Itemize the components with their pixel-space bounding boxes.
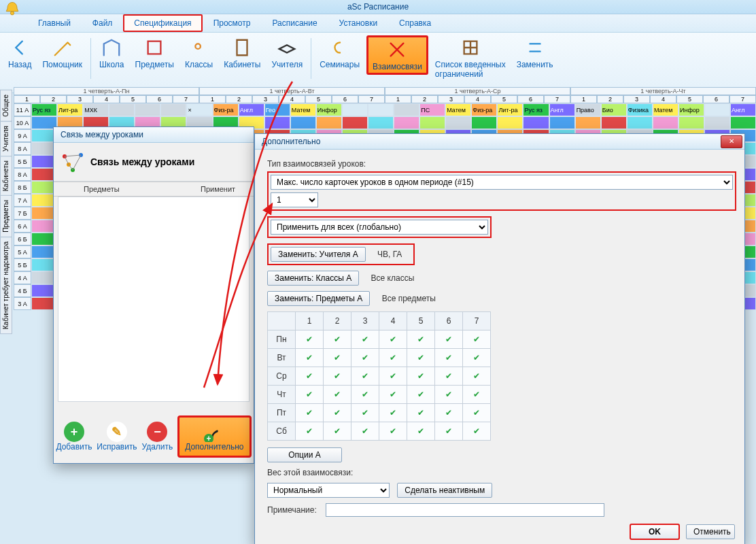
seminars-icon (329, 37, 351, 58)
count-select[interactable]: 1 (271, 192, 318, 207)
ribbon-subjects[interactable]: Предметы (131, 35, 178, 71)
period-cell[interactable]: ✔ (296, 330, 324, 349)
period-cell[interactable]: ✔ (463, 386, 491, 404)
period-cell[interactable]: ✔ (407, 386, 435, 404)
period-cell[interactable]: ✔ (463, 330, 491, 349)
period-cell[interactable]: ✔ (324, 349, 351, 367)
period-cell[interactable]: ✔ (351, 367, 379, 386)
period-cell[interactable]: ✔ (435, 422, 463, 441)
ribbon-wizard[interactable]: Помощник (38, 35, 86, 71)
period-cell[interactable]: ✔ (435, 330, 463, 349)
weight-select[interactable]: Нормальный (267, 483, 390, 498)
advanced-button[interactable]: + Дополнительно (177, 415, 251, 458)
make-inactive-button[interactable]: Сделать неактивным (397, 483, 492, 498)
period-cell[interactable]: ✔ (324, 422, 351, 441)
dialog2-title-bar[interactable]: Дополнительно ✕ (255, 134, 744, 150)
period-cell[interactable]: ✔ (351, 330, 379, 349)
ribbon-replace[interactable]: Заменить (513, 35, 557, 71)
dialog1-title-bar[interactable]: Связь между уроками (54, 127, 254, 143)
delete-button[interactable]: −Удалить (141, 422, 173, 452)
school-icon (101, 37, 122, 58)
ribbon-classes[interactable]: Классы (181, 35, 217, 71)
relations-list[interactable] (58, 197, 250, 402)
period-cell[interactable]: ✔ (324, 367, 351, 386)
period-grid[interactable]: 1234567Пн✔✔✔✔✔✔✔Вт✔✔✔✔✔✔✔Ср✔✔✔✔✔✔✔Чт✔✔✔✔… (267, 311, 491, 441)
menu-Спецификация[interactable]: Спецификация (123, 14, 202, 32)
options-button[interactable]: Опции A (267, 447, 342, 462)
period-cell[interactable]: ✔ (435, 404, 463, 422)
svg-line-7 (69, 165, 73, 170)
period-cell[interactable]: ✔ (351, 349, 379, 367)
period-cell[interactable]: ✔ (407, 330, 435, 349)
rooms-icon (231, 37, 253, 58)
ribbon-relations[interactable]: Взаимосвязи (366, 35, 428, 75)
period-cell[interactable]: ✔ (407, 349, 435, 367)
dialog2-title: Дополнительно (262, 137, 320, 146)
period-cell[interactable]: ✔ (351, 386, 379, 404)
period-cell[interactable]: ✔ (435, 386, 463, 404)
period-cell[interactable]: ✔ (379, 422, 407, 441)
period-cell[interactable]: ✔ (296, 404, 324, 422)
ribbon-back[interactable]: Назад (4, 35, 35, 71)
period-cell[interactable]: ✔ (407, 422, 435, 441)
svg-line-5 (65, 155, 81, 156)
menu-Справка[interactable]: Справка (388, 14, 442, 32)
period-cell[interactable]: ✔ (463, 367, 491, 386)
period-cell[interactable]: ✔ (435, 349, 463, 367)
apply-scope-select[interactable]: Применить для всех (глобально) (271, 220, 488, 235)
period-cell[interactable]: ✔ (351, 404, 379, 422)
menu-Просмотр[interactable]: Просмотр (203, 14, 262, 32)
period-cell[interactable]: ✔ (463, 404, 491, 422)
period-cell[interactable]: ✔ (435, 367, 463, 386)
cancel-button[interactable]: Отменить (686, 524, 735, 539)
svg-line-8 (65, 156, 69, 165)
ribbon-seminars[interactable]: Семинары (315, 35, 364, 71)
menu-Установки[interactable]: Установки (328, 14, 388, 32)
dialog1-title: Связь между уроками (61, 130, 143, 139)
col-subjects[interactable]: Предметы (78, 182, 195, 196)
period-cell[interactable]: ✔ (379, 404, 407, 422)
relation-type-select[interactable]: Макс. число карточек уроков в одном пери… (271, 175, 733, 190)
period-cell[interactable]: ✔ (379, 386, 407, 404)
change-teachers-button[interactable]: Заменить: Учителя A (271, 247, 366, 262)
period-cell[interactable]: ✔ (379, 367, 407, 386)
period-cell[interactable]: ✔ (379, 349, 407, 367)
note-input[interactable] (326, 503, 604, 517)
period-cell[interactable]: ✔ (324, 404, 351, 422)
ok-button[interactable]: OK (630, 524, 679, 539)
period-cell[interactable]: ✔ (463, 422, 491, 441)
period-cell[interactable]: ✔ (463, 349, 491, 367)
menu-Расписание[interactable]: Расписание (261, 14, 328, 32)
ribbon-school[interactable]: Школа (95, 35, 128, 71)
period-cell[interactable]: ✔ (296, 349, 324, 367)
svg-line-6 (73, 155, 81, 170)
period-cell[interactable]: ✔ (296, 422, 324, 441)
period-cell[interactable]: ✔ (379, 330, 407, 349)
menu-Файл[interactable]: Файл (82, 14, 124, 32)
dialog1-heading: Связь между уроками (90, 156, 194, 167)
ribbon-constraints[interactable]: Список введенныхограничений (431, 35, 510, 80)
ribbon-rooms[interactable]: Кабинеты (220, 35, 264, 71)
teachers-icon (276, 37, 298, 58)
relations-icon (386, 39, 408, 61)
change-subjects-button[interactable]: Заменить: Предметы A (267, 291, 370, 306)
label-note: Примечание: (267, 505, 317, 515)
label-relation-type: Тип взаимосвязей уроков: (267, 159, 732, 169)
period-cell[interactable]: ✔ (324, 330, 351, 349)
col-apply-to[interactable]: Применит (195, 182, 254, 196)
change-classes-button[interactable]: Заменить: Классы A (267, 271, 359, 286)
period-cell[interactable]: ✔ (296, 386, 324, 404)
ribbon-teachers[interactable]: Учителя (267, 35, 307, 71)
close-icon[interactable]: ✕ (721, 135, 742, 148)
period-cell[interactable]: ✔ (296, 367, 324, 386)
menu-Главный[interactable]: Главный (27, 14, 82, 32)
svg-text:+: + (207, 434, 211, 442)
period-cell[interactable]: ✔ (351, 422, 379, 441)
period-cell[interactable]: ✔ (407, 367, 435, 386)
add-button[interactable]: +Добавить (56, 422, 92, 452)
period-cell[interactable]: ✔ (407, 404, 435, 422)
edit-button[interactable]: ✎Исправить (97, 422, 137, 452)
constraints-icon (460, 37, 481, 58)
period-cell[interactable]: ✔ (324, 386, 351, 404)
app-bell-icon (3, 0, 22, 19)
